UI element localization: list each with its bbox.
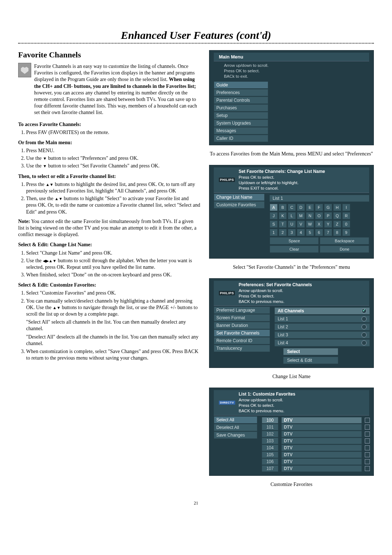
- divider-dots: [18, 43, 374, 44]
- checkbox-icon: [365, 459, 370, 464]
- channel-list-option: List 3: [274, 331, 370, 339]
- key: A: [270, 204, 278, 211]
- access-step-1: Press FAV (FAVORITES) on the remote.: [26, 129, 200, 136]
- channel-list-option: List 1: [274, 315, 370, 323]
- channel-row: 105DTV: [262, 451, 370, 458]
- menu-item: Save Changes: [214, 432, 257, 439]
- radio-icon: [362, 332, 367, 337]
- key: N: [306, 212, 314, 219]
- key: J: [270, 212, 278, 219]
- cust-fav-heading: Select & Edit: Customize Favorites:: [18, 282, 200, 288]
- channel-list-option: All Channels: [274, 307, 370, 315]
- menu-item: Messages: [214, 127, 268, 134]
- channel-row: 107DTV: [262, 465, 370, 472]
- change-list-name-screenshot: PHILIPS Set Favorite Channels: Change Li…: [209, 165, 374, 259]
- then-step-1: Press the buttons to highlight the desir…: [26, 181, 200, 194]
- checkbox-icon: [365, 438, 370, 443]
- screen-hint: Arrow up/down to scroll. Press OK to sel…: [209, 62, 373, 81]
- menu-item: Deselect All: [214, 424, 257, 431]
- arrow-down-icon: [43, 155, 47, 161]
- key: 4: [297, 229, 305, 236]
- menu-item: Customize Favorites: [214, 201, 265, 208]
- set-favorite-channels-screenshot: PHILIPS Preferences: Set Favorite Channe…: [209, 278, 374, 368]
- key: P: [324, 212, 332, 219]
- screen-title: Set Favorite Channels: Change List Name: [238, 169, 325, 174]
- key: 7: [324, 229, 332, 236]
- favorites-heart-icon: [18, 63, 31, 77]
- menu-item: Parental Controls: [214, 97, 268, 104]
- arrow-down-icon: [58, 196, 62, 201]
- menu-item: Setup: [214, 112, 268, 119]
- directv-logo: DIRECTV: [219, 401, 235, 405]
- channel-row: 100DTV: [262, 417, 370, 424]
- channel-list-option: List 4: [274, 339, 370, 347]
- key: 5: [306, 229, 314, 236]
- screenshot-caption: Customize Favorites: [209, 482, 374, 487]
- menu-item: System Upgrades: [214, 119, 268, 127]
- key: F: [315, 204, 323, 211]
- cust-step-1: Select "Customize Favorites" and press O…: [26, 290, 200, 296]
- checkbox-icon: [365, 452, 370, 457]
- or-step-1: Press MENU.: [26, 147, 200, 154]
- change-name-heading: Select & Edit: Change List Name:: [18, 242, 200, 248]
- key: I: [342, 204, 350, 211]
- screen-title: Main Menu: [214, 53, 369, 61]
- arrow-down-icon: [43, 163, 47, 169]
- menu-item: Preferred Language: [214, 307, 270, 314]
- page-title: Enhanced User Features (cont'd): [18, 29, 374, 41]
- customize-favorites-screenshot: DIRECTV List 1: Customize Favorites Arro…: [209, 388, 374, 476]
- channel-row: 101DTV: [262, 424, 370, 430]
- key-space: Space: [270, 237, 319, 244]
- cust-select-all-note: "Select All" selects all channels in the…: [26, 319, 200, 332]
- arrow-down-icon: [53, 258, 57, 263]
- key: Y: [324, 220, 332, 228]
- then-heading: Then, to select or edit a Favorite chann…: [18, 173, 200, 180]
- key: 9: [342, 229, 350, 236]
- cust-step-3: When customization is complete, select "…: [26, 348, 200, 361]
- menu-item: Set Favorite Channels: [214, 329, 270, 337]
- change-name-step-2: Use the buttons to scroll through the al…: [26, 258, 200, 271]
- key: B: [279, 204, 287, 211]
- radio-icon: [362, 324, 367, 329]
- select-edit-action: Select & Edit: [283, 357, 338, 364]
- radio-icon: [362, 316, 367, 321]
- key-backspace: Backspace: [320, 237, 369, 244]
- or-step-2: Use the button to select "Preferences" a…: [26, 155, 200, 162]
- arrow-left-icon: [43, 258, 46, 263]
- screenshot-caption: Change List Name: [209, 374, 374, 380]
- channel-row: 106DTV: [262, 458, 370, 465]
- key: M: [297, 212, 305, 219]
- menu-item: Guide: [214, 81, 268, 89]
- access-heading: To access Favorite Channels:: [18, 121, 200, 128]
- screen-title: List 1: Customize Favorites: [239, 392, 295, 397]
- key: Z: [333, 220, 341, 228]
- channel-row: 104DTV: [262, 445, 370, 451]
- menu-item: Change List Name: [214, 194, 265, 201]
- screenshot-caption: Select "Set Favorite Channels" in the "P…: [209, 264, 374, 270]
- key: W: [306, 220, 314, 228]
- arrow-up-icon: [53, 305, 57, 310]
- change-name-step-1: Select "Change List Name" and press OK.: [26, 250, 200, 256]
- key: O: [315, 212, 323, 219]
- key: S: [270, 220, 278, 228]
- channel-row: 102DTV: [262, 431, 370, 437]
- key: X: [315, 220, 323, 228]
- menu-item: Screen Format: [214, 314, 270, 321]
- key: R: [342, 212, 350, 219]
- checkbox-icon: [365, 445, 370, 450]
- checkbox-icon: [365, 466, 370, 471]
- key: 6: [315, 229, 323, 236]
- key: 8: [333, 229, 341, 236]
- channel-list-option: List 2: [274, 323, 370, 331]
- onscreen-keyboard: List 1 A B C D E F G H I J K: [268, 194, 371, 255]
- key: Q: [333, 212, 341, 219]
- key: G: [324, 204, 332, 211]
- screenshot-caption: To access Favorites from the Main Menu, …: [209, 151, 374, 157]
- arrow-up-icon: [55, 196, 59, 201]
- list-name-field: List 1: [270, 195, 369, 202]
- philips-logo: PHILIPS: [219, 291, 235, 295]
- arrow-down-icon: [57, 305, 61, 310]
- checkbox-icon: [365, 418, 370, 423]
- page-number: 21: [18, 501, 374, 506]
- section-heading: Favorite Channels: [18, 50, 200, 60]
